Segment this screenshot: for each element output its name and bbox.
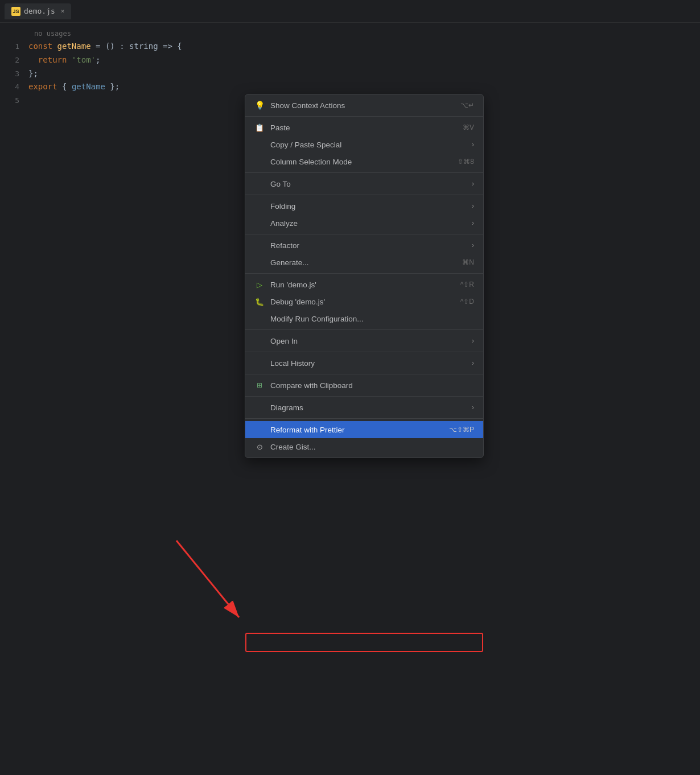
- shortcut-reformat-prettier: ⌥⇧⌘P: [449, 426, 474, 434]
- code-content-1: const getName = () : string => {: [28, 40, 700, 53]
- compare-clipboard-icon: ⊞: [254, 380, 265, 390]
- tab-bar: JS demo.js ×: [0, 0, 700, 23]
- menu-item-reformat-prettier[interactable]: Reformat with Prettier ⌥⇧⌘P: [245, 421, 483, 438]
- shortcut-generate: ⌘N: [462, 258, 474, 266]
- menu-label-go-to: Go To: [270, 180, 291, 188]
- shortcut-column-selection: ⇧⌘8: [458, 158, 474, 166]
- code-content-4: export { getName };: [28, 80, 700, 94]
- shortcut-debug: ^⇧D: [460, 298, 474, 306]
- separator-5: [245, 273, 483, 274]
- keyword-return: return: [28, 55, 72, 64]
- separator-9: [245, 396, 483, 397]
- menu-label-refactor: Refactor: [270, 241, 299, 250]
- fn-name: getName: [57, 42, 91, 51]
- separator-1: [245, 116, 483, 117]
- chevron-go-to: ›: [472, 180, 474, 188]
- local-history-icon: [254, 358, 265, 368]
- menu-label-create-gist: Create Gist...: [270, 443, 316, 451]
- menu-label-paste: Paste: [270, 123, 290, 132]
- menu-label-compare-clipboard: Compare with Clipboard: [270, 381, 353, 390]
- tab-close-button[interactable]: ×: [61, 7, 65, 15]
- menu-item-copy-paste-special[interactable]: Copy / Paste Special ›: [245, 136, 483, 153]
- separator-2: [245, 172, 483, 173]
- menu-item-open-in[interactable]: Open In ›: [245, 332, 483, 349]
- shortcut-show-context-actions: ⌥↵: [460, 101, 474, 109]
- go-to-icon: [254, 179, 265, 189]
- menu-item-analyze[interactable]: Analyze ›: [245, 215, 483, 232]
- menu-label-debug: Debug 'demo.js': [270, 298, 325, 306]
- separator-3: [245, 195, 483, 195]
- menu-item-compare-clipboard[interactable]: ⊞ Compare with Clipboard: [245, 377, 483, 394]
- chevron-analyze: ›: [472, 219, 474, 227]
- menu-item-local-history[interactable]: Local History ›: [245, 354, 483, 372]
- code-line-4: 4 export { getName };: [0, 80, 700, 94]
- lightbulb-icon: 💡: [254, 100, 265, 110]
- js-file-icon: JS: [11, 7, 20, 16]
- menu-label-column-selection: Column Selection Mode: [270, 158, 352, 166]
- menu-item-create-gist[interactable]: ⊙ Create Gist...: [245, 438, 483, 455]
- paste-icon: 📋: [254, 122, 265, 133]
- menu-item-generate[interactable]: Generate... ⌘N: [245, 254, 483, 271]
- modify-run-icon: [254, 314, 265, 324]
- menu-item-folding[interactable]: Folding ›: [245, 197, 483, 215]
- copy-paste-icon: [254, 139, 265, 150]
- menu-item-paste[interactable]: 📋 Paste ⌘V: [245, 119, 483, 136]
- separator-4: [245, 234, 483, 234]
- menu-label-folding: Folding: [270, 202, 295, 211]
- code-content-3: };: [28, 67, 700, 81]
- chevron-diagrams: ›: [472, 403, 474, 411]
- chevron-open-in: ›: [472, 337, 474, 345]
- menu-item-column-selection[interactable]: Column Selection Mode ⇧⌘8: [245, 153, 483, 170]
- debug-icon: 🐛: [254, 296, 265, 307]
- menu-label-open-in: Open In: [270, 337, 298, 345]
- column-selection-icon: [254, 156, 265, 167]
- code-line-3: 3 };: [0, 67, 700, 81]
- keyword-export: export: [28, 82, 62, 91]
- menu-item-show-context-actions[interactable]: 💡 Show Context Actions ⌥↵: [245, 97, 483, 114]
- menu-label-show-context-actions: Show Context Actions: [270, 101, 345, 110]
- reformat-highlight-box: [245, 633, 483, 652]
- brace-open: {: [62, 82, 72, 91]
- analyze-icon: [254, 218, 265, 228]
- menu-item-debug[interactable]: 🐛 Debug 'demo.js' ^⇧D: [245, 293, 483, 310]
- github-icon: ⊙: [254, 442, 265, 452]
- refactor-icon: [254, 240, 265, 250]
- shortcut-paste: ⌘V: [463, 123, 474, 131]
- menu-item-run[interactable]: ▷ Run 'demo.js' ^⇧R: [245, 276, 483, 293]
- named-export: getName: [72, 82, 105, 91]
- menu-label-analyze: Analyze: [270, 219, 298, 228]
- menu-label-copy-paste-special: Copy / Paste Special: [270, 141, 341, 149]
- generate-icon: [254, 257, 265, 267]
- line-number-3: 3: [0, 68, 28, 80]
- line-number-5: 5: [0, 94, 28, 107]
- menu-item-modify-run[interactable]: Modify Run Configuration...: [245, 310, 483, 327]
- menu-item-refactor[interactable]: Refactor ›: [245, 237, 483, 254]
- annotation-arrow: [159, 529, 273, 643]
- folding-icon: [254, 201, 265, 211]
- menu-item-go-to[interactable]: Go To ›: [245, 175, 483, 192]
- menu-label-local-history: Local History: [270, 359, 315, 368]
- chevron-local-history: ›: [472, 359, 474, 367]
- chevron-refactor: ›: [472, 241, 474, 249]
- menu-label-generate: Generate...: [270, 258, 309, 267]
- diagrams-icon: [254, 402, 265, 413]
- string-tom: 'tom': [72, 55, 96, 64]
- code-line-1: 1 const getName = () : string => {: [0, 40, 700, 53]
- file-tab[interactable]: JS demo.js ×: [5, 3, 71, 19]
- run-icon: ▷: [254, 279, 265, 290]
- menu-label-run: Run 'demo.js': [270, 281, 316, 289]
- svg-line-1: [176, 541, 239, 617]
- type-string: string: [129, 42, 158, 51]
- separator-6: [245, 329, 483, 330]
- code-line-2: 2 return 'tom';: [0, 53, 700, 67]
- line-number-2: 2: [0, 54, 28, 67]
- line-number-4: 4: [0, 81, 28, 93]
- brace-close: };: [105, 82, 120, 91]
- menu-label-modify-run: Modify Run Configuration...: [270, 315, 364, 323]
- menu-label-reformat-prettier: Reformat with Prettier: [270, 426, 345, 434]
- menu-item-diagrams[interactable]: Diagrams ›: [245, 399, 483, 416]
- separator-7: [245, 352, 483, 352]
- separator-10: [245, 418, 483, 419]
- code-content-2: return 'tom';: [28, 53, 700, 67]
- semicolon: ;: [96, 55, 100, 64]
